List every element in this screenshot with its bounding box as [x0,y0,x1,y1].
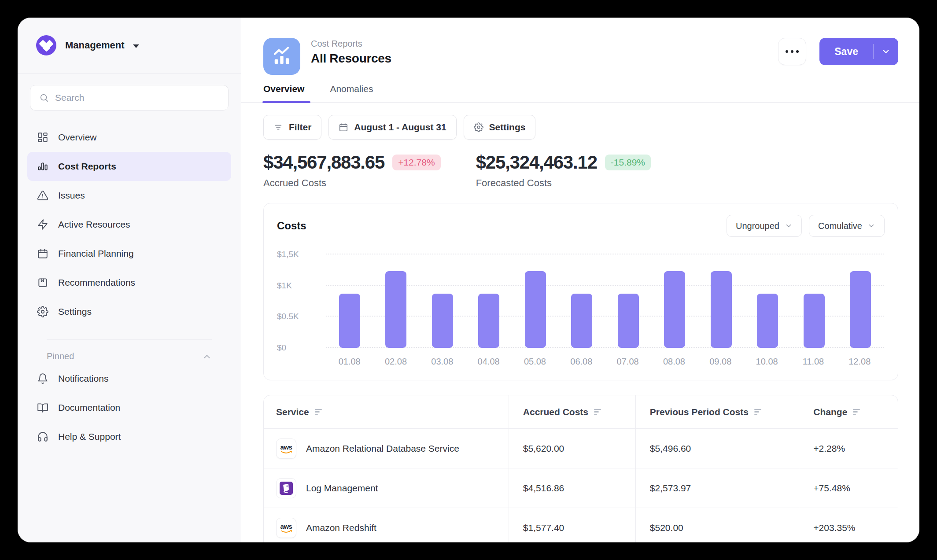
x-axis-labels: 01.0802.0803.0804.0805.0806.0807.0808.08… [326,357,883,367]
sidebar-item-help-support[interactable]: Help & Support [27,422,231,451]
metric-label: Forecasted Costs [476,177,651,189]
table-row[interactable]: aws Amazon Relational Database Service $… [264,428,898,468]
more-options-button[interactable] [778,38,806,65]
table-header-row: Service Accrued Costs Previous Period Co… [264,395,898,428]
chevron-down-icon [785,222,793,230]
x-tick-label: 04.08 [465,357,512,367]
metric-label: Accrued Costs [263,177,441,189]
sidebar: Management Overview Cost Reports Issues [18,18,241,542]
page-title: All Resources [311,52,391,66]
chart-bar[interactable] [571,294,592,348]
sidebar-item-active-resources[interactable]: Active Resources [27,210,231,239]
metric-value: $34,567,883.65 [263,152,384,173]
sidebar-item-recommendations[interactable]: Recommendations [27,268,231,297]
metric-forecasted-costs: $25,324,463.12 -15.89% Forecasted Costs [476,152,651,189]
chart-settings-button[interactable]: Settings [464,115,536,140]
app-window: Management Overview Cost Reports Issues [18,18,919,542]
sidebar-item-documentation[interactable]: Documentation [27,393,231,422]
column-header-previous-period-costs[interactable]: Previous Period Costs [635,395,799,428]
metric-accrued-costs: $34,567,883.65 +12.78% Accrued Costs [263,152,441,189]
table-row[interactable]: aws Amazon Redshift $1,577.40 $520.00 +2… [264,508,898,542]
sidebar-item-label: Financial Planning [58,248,134,259]
save-dropdown-button[interactable] [874,38,898,65]
main-panel: Cost Reports All Resources Save Overview… [241,18,919,542]
x-tick-label: 12.08 [837,357,883,367]
sort-icon [754,409,761,415]
workspace-logo-icon [36,35,56,55]
save-button[interactable]: Save [819,38,873,65]
filter-button[interactable]: Filter [263,115,321,140]
caret-down-icon [133,44,139,48]
chart-bar[interactable] [478,294,499,348]
service-name: Amazon Relational Database Service [306,443,459,454]
headphones-icon [37,431,48,442]
cumulative-dropdown[interactable]: Comulative [809,215,885,237]
sidebar-item-settings[interactable]: Settings [27,297,231,326]
sidebar-item-cost-reports[interactable]: Cost Reports [27,152,231,181]
overview-grid-icon [37,132,48,143]
tab-overview[interactable]: Overview [263,84,304,102]
x-tick-label: 05.08 [512,357,558,367]
previous-cost-value: $520.00 [650,523,683,533]
sort-icon [594,409,601,415]
sidebar-item-overview[interactable]: Overview [27,123,231,152]
y-tick-label: $1,5K [277,250,299,259]
gear-icon [37,306,48,317]
y-axis-labels: $1,5K$1K$0.5K$0 [277,254,312,348]
workspace-name: Management [65,40,124,51]
pinned-section-header[interactable]: Pinned [47,339,212,361]
aws-icon: aws [276,438,296,459]
table-row[interactable]: Log Management $4,516.86 $2,573.97 +75.4… [264,468,898,508]
column-header-service[interactable]: Service [264,395,509,428]
previous-cost-value: $5,496.60 [650,443,691,454]
sidebar-item-label: Active Resources [58,219,130,230]
sidebar-item-issues[interactable]: Issues [27,181,231,210]
chart-bar[interactable] [385,271,406,348]
search-input[interactable] [55,92,219,103]
pinned-label: Pinned [47,351,74,361]
x-tick-label: 03.08 [419,357,465,367]
chart-bar[interactable] [339,294,360,348]
tab-bar: Overview Anomalies [241,84,919,103]
grouping-dropdown[interactable]: Ungrouped [727,215,802,237]
chevron-up-icon [202,352,212,361]
bars [326,254,884,348]
x-tick-label: 07.08 [605,357,651,367]
chart-bar[interactable] [664,271,685,348]
sidebar-item-notifications[interactable]: Notifications [27,364,231,393]
service-name: Log Management [306,483,378,494]
calendar-icon [37,248,48,259]
datadog-icon [276,478,296,498]
chart-bar[interactable] [618,294,639,348]
chevron-down-icon [881,47,891,56]
save-split-button[interactable]: Save [819,38,898,65]
chart-bar[interactable] [850,271,871,348]
x-tick-label: 09.08 [697,357,744,367]
x-tick-label: 06.08 [558,357,605,367]
toolbar: Filter August 1 - August 31 Settings [263,115,898,140]
y-tick-label: $1K [277,281,292,291]
warning-triangle-icon [37,190,48,201]
sidebar-item-label: Cost Reports [58,161,116,172]
chart-bar[interactable] [804,294,825,348]
change-value: +2.28% [813,443,845,454]
filter-icon [273,122,283,132]
bookmark-icon [37,277,48,288]
change-badge: +12.78% [392,155,441,170]
workspace-switcher[interactable]: Management [18,18,241,74]
chart-title: Costs [277,220,306,232]
date-range-value: August 1 - August 31 [354,122,446,133]
chart-bar[interactable] [711,271,732,348]
previous-cost-value: $2,573.97 [650,483,691,494]
sidebar-item-label: Settings [58,306,92,317]
column-header-change[interactable]: Change [799,395,898,428]
chart-bar[interactable] [757,294,778,348]
sidebar-item-label: Documentation [58,402,120,413]
search-box[interactable] [30,85,229,111]
column-header-accrued-costs[interactable]: Accrued Costs [509,395,635,428]
tab-anomalies[interactable]: Anomalies [330,84,373,102]
date-range-button[interactable]: August 1 - August 31 [328,115,456,140]
sidebar-item-financial-planning[interactable]: Financial Planning [27,239,231,268]
chart-bar[interactable] [432,294,453,348]
chart-bar[interactable] [525,271,546,348]
